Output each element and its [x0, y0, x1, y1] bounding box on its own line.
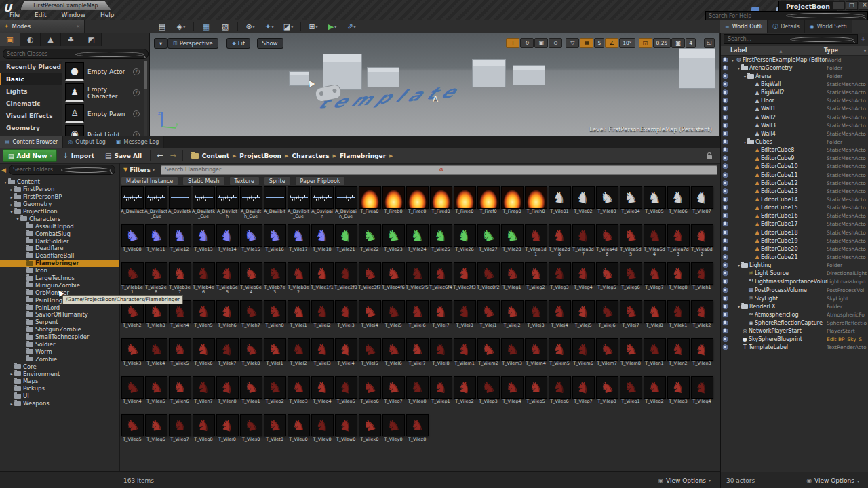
asset-tile[interactable]: ♞T_Vileh3: [144, 300, 167, 337]
asset-tile[interactable]: ♞T_Vilen6: [168, 376, 191, 413]
asset-tile[interactable]: ♞T_Vile17: [287, 224, 310, 261]
collapsed-icon[interactable]: ▸: [9, 401, 14, 406]
expanded-icon[interactable]: ▾: [15, 216, 20, 221]
breadcrumb-flamebringer[interactable]: Flamebringer: [340, 152, 386, 159]
asset-tile[interactable]: ♞T_Vilea3d 7: [572, 224, 595, 261]
asset-tile[interactable]: ♞T_Vilek7: [216, 338, 239, 375]
visibility-eye-icon[interactable]: [722, 320, 728, 326]
asset-tile[interactable]: ♞T_Vilej7: [619, 300, 642, 337]
asset-tile[interactable]: ♞T_Vilei5: [382, 300, 405, 337]
visibility-eye-icon[interactable]: [722, 296, 728, 302]
asset-tile[interactable]: ♞T_Vilel5: [358, 338, 381, 375]
asset-tile[interactable]: ♞T_Vilej4: [548, 300, 571, 337]
asset-tile[interactable]: ♞T_Vilek5: [168, 338, 191, 375]
asset-tile[interactable]: ♞T_Vilen8: [216, 376, 239, 413]
asset-tile[interactable]: ♞T_Vileh6: [216, 300, 239, 337]
close-icon[interactable]: ×: [76, 24, 80, 29]
asset-tile[interactable]: ♞T_Vilea2d 8: [548, 224, 571, 261]
outliner-row-cubes[interactable]: ▾CubesFolder: [721, 138, 868, 146]
visibility-eye-icon[interactable]: [722, 254, 728, 260]
asset-tile[interactable]: ♞T_Vilej5: [572, 300, 595, 337]
outliner-row-skysphereblueprint[interactable]: ●SkySphereBlueprintEdit BP_Sky_S: [721, 336, 868, 344]
foliage-mode-tab[interactable]: ♣: [61, 33, 81, 46]
outliner-row-editorcube18[interactable]: ▲EditorCube18StaticMeshActo: [721, 228, 868, 237]
asset-tile[interactable]: ♞T_Vilea1d 1: [524, 224, 547, 261]
asset-tile[interactable]: T_Firec0: [406, 186, 429, 223]
asset-tile[interactable]: ♞T_Vilem7: [595, 338, 618, 375]
asset-tile[interactable]: ♞T_Vile23: [382, 224, 405, 261]
asset-tile[interactable]: T_Fireg0: [500, 186, 524, 223]
asset-tile[interactable]: ♞T_Vile08: [121, 224, 144, 261]
asset-tile[interactable]: ♞T_Vileg6: [619, 262, 642, 299]
asset-tile[interactable]: ♞T_Vile26: [453, 224, 476, 261]
filter-chip-static-mesh[interactable]: Static Mesh: [182, 176, 224, 186]
asset-tile[interactable]: A_Dsvilbit: [263, 186, 286, 223]
grid-snap-button[interactable]: ▦: [580, 38, 593, 48]
asset-tile[interactable]: ♞T_Vilei2: [311, 300, 334, 337]
outliner-row-floor[interactable]: ▲FloorStaticMeshActo: [721, 97, 868, 105]
category-basic[interactable]: Basic: [0, 73, 62, 85]
expanded-icon[interactable]: ▾: [9, 209, 14, 214]
outliner-row-arenageometry[interactable]: ▾ArenaGeometryFolder: [721, 64, 868, 72]
custom-filter-icon[interactable]: +: [861, 35, 866, 43]
search-folders-input[interactable]: Search Folders: [9, 165, 115, 175]
outliner-row-postprocessvolume[interactable]: ▦PostProcessVolumePostProcessVol: [721, 286, 868, 294]
asset-tile[interactable]: ♞T_Vileo4: [311, 376, 334, 413]
visibility-eye-icon[interactable]: [722, 155, 728, 161]
asset-tile[interactable]: ♞T_Vile05: [643, 186, 666, 223]
filter-chip-texture[interactable]: Texture: [229, 176, 260, 186]
expanded-icon[interactable]: ▾: [736, 304, 741, 309]
close-button[interactable]: ×: [859, 1, 868, 10]
asset-tile[interactable]: ♞T_Vilej6: [595, 300, 618, 337]
scrollbar[interactable]: [144, 61, 147, 136]
asset-tile[interactable]: ♞T_Vilew0: [334, 414, 357, 451]
visibility-eye-icon[interactable]: [722, 139, 728, 145]
asset-tile[interactable]: ♞T_Vileu0: [287, 414, 310, 451]
geometry-mode-tab[interactable]: ◩: [81, 33, 102, 46]
asset-tile[interactable]: ♞T_Vilel4: [334, 338, 357, 375]
tab-details[interactable]: ⓘDetails: [768, 20, 805, 33]
asset-tile[interactable]: ♞T_Vilel2: [287, 338, 310, 375]
visibility-eye-icon[interactable]: [722, 147, 728, 153]
asset-tile[interactable]: ♞T_Vilen3: [690, 338, 713, 375]
asset-tile[interactable]: ♞T_Vileh8: [263, 300, 286, 337]
minimize-button[interactable]: –: [833, 1, 845, 10]
visibility-eye-icon[interactable]: [722, 57, 728, 63]
asset-tile[interactable]: ♞T_Vilei7: [429, 300, 452, 337]
tab-world-outli[interactable]: ≡World Outli: [720, 20, 768, 33]
level-viewport[interactable]: template ▲ A ▾◫Perspective◆LitShow +↻▣⊙▽…: [150, 33, 719, 136]
angle-snap-value[interactable]: 10°: [619, 38, 635, 48]
asset-tile[interactable]: ♞T_Vile28: [500, 224, 524, 261]
visibility-eye-icon[interactable]: [722, 221, 728, 227]
rotate-tool-button[interactable]: ↻: [520, 38, 534, 48]
content-button[interactable]: ▦: [197, 22, 215, 32]
outliner-row-editorcube12[interactable]: ▲EditorCube12StaticMeshActo: [721, 179, 868, 187]
category-visual-effects[interactable]: Visual Effects: [0, 110, 62, 122]
asset-tile[interactable]: ♞T_Vilel7: [406, 338, 429, 375]
asset-tile[interactable]: ♞T_Vilec4f6: [382, 262, 405, 299]
visibility-eye-icon[interactable]: [722, 81, 728, 87]
asset-tile[interactable]: A_Dsvildth_Cue: [239, 186, 262, 223]
tab-output-log[interactable]: ◎Output Log: [63, 136, 111, 148]
asset-tile[interactable]: ♞T_Vilex0: [358, 414, 381, 451]
type-column-header[interactable]: Type: [824, 47, 838, 54]
search-classes-input[interactable]: Search Classes: [3, 49, 149, 59]
category-recently-placed[interactable]: Recently Placed: [0, 61, 62, 73]
tree-item-environment[interactable]: ▸Environment: [0, 370, 119, 378]
tree-item-projectboon[interactable]: ▾ProjectBoon: [0, 208, 119, 216]
asset-tile[interactable]: ♞T_Vile06: [667, 186, 690, 223]
asset-tile[interactable]: ♞T_Vilec5f5: [406, 262, 429, 299]
asset-tile[interactable]: ♞T_Vilea6d 4: [643, 224, 666, 261]
tree-item-firstperson[interactable]: ▸FirstPerson: [0, 186, 119, 193]
visibility-eye-icon[interactable]: [722, 270, 728, 277]
source-control-button[interactable]: ◈▾: [172, 22, 190, 32]
asset-tile[interactable]: ♞T_Vileb6e 4: [239, 262, 262, 299]
asset-tile[interactable]: ♞T_Vile14: [216, 224, 239, 261]
outliner-row-editorcube13[interactable]: ▲EditorCube13StaticMeshActo: [721, 187, 868, 195]
asset-tile[interactable]: ♞T_Vilec1f1: [311, 262, 334, 299]
outliner-row-wall1[interactable]: ▲Wall1StaticMeshActo: [721, 105, 868, 113]
visibility-eye-icon[interactable]: [722, 115, 728, 121]
asset-tile[interactable]: ♞T_Vilea4d 6: [595, 224, 618, 261]
maximize-viewport-button[interactable]: ◱: [704, 38, 715, 48]
tree-item-characters[interactable]: ▾Characters: [0, 215, 119, 222]
